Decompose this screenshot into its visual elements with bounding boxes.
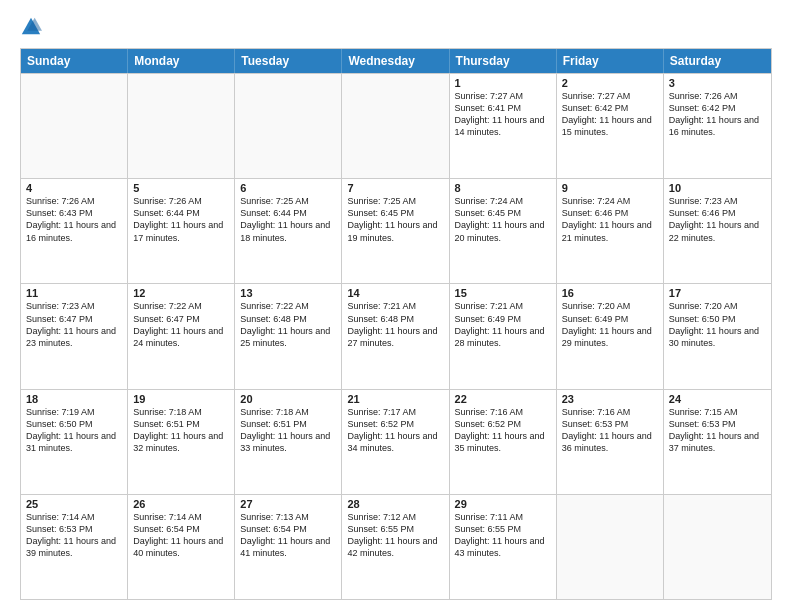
day-number: 16 (562, 287, 658, 299)
day-info: Sunrise: 7:26 AM Sunset: 6:44 PM Dayligh… (133, 195, 229, 244)
calendar-header-cell: Saturday (664, 49, 771, 73)
logo (20, 16, 46, 38)
day-number: 4 (26, 182, 122, 194)
day-info: Sunrise: 7:24 AM Sunset: 6:45 PM Dayligh… (455, 195, 551, 244)
page: SundayMondayTuesdayWednesdayThursdayFrid… (0, 0, 792, 612)
day-number: 7 (347, 182, 443, 194)
calendar-header-cell: Friday (557, 49, 664, 73)
calendar-cell (342, 74, 449, 178)
logo-icon (20, 16, 42, 38)
calendar-cell: 4Sunrise: 7:26 AM Sunset: 6:43 PM Daylig… (21, 179, 128, 283)
day-info: Sunrise: 7:18 AM Sunset: 6:51 PM Dayligh… (240, 406, 336, 455)
day-info: Sunrise: 7:21 AM Sunset: 6:49 PM Dayligh… (455, 300, 551, 349)
calendar-cell (664, 495, 771, 599)
calendar-body: 1Sunrise: 7:27 AM Sunset: 6:41 PM Daylig… (21, 73, 771, 599)
day-number: 6 (240, 182, 336, 194)
day-info: Sunrise: 7:20 AM Sunset: 6:49 PM Dayligh… (562, 300, 658, 349)
calendar-cell: 17Sunrise: 7:20 AM Sunset: 6:50 PM Dayli… (664, 284, 771, 388)
calendar-cell: 23Sunrise: 7:16 AM Sunset: 6:53 PM Dayli… (557, 390, 664, 494)
calendar-cell: 11Sunrise: 7:23 AM Sunset: 6:47 PM Dayli… (21, 284, 128, 388)
calendar-cell: 28Sunrise: 7:12 AM Sunset: 6:55 PM Dayli… (342, 495, 449, 599)
day-number: 18 (26, 393, 122, 405)
day-info: Sunrise: 7:26 AM Sunset: 6:42 PM Dayligh… (669, 90, 766, 139)
calendar-cell: 10Sunrise: 7:23 AM Sunset: 6:46 PM Dayli… (664, 179, 771, 283)
calendar: SundayMondayTuesdayWednesdayThursdayFrid… (20, 48, 772, 600)
day-number: 3 (669, 77, 766, 89)
calendar-header-cell: Monday (128, 49, 235, 73)
day-number: 13 (240, 287, 336, 299)
calendar-cell (21, 74, 128, 178)
day-info: Sunrise: 7:15 AM Sunset: 6:53 PM Dayligh… (669, 406, 766, 455)
day-info: Sunrise: 7:13 AM Sunset: 6:54 PM Dayligh… (240, 511, 336, 560)
day-info: Sunrise: 7:24 AM Sunset: 6:46 PM Dayligh… (562, 195, 658, 244)
calendar-cell: 18Sunrise: 7:19 AM Sunset: 6:50 PM Dayli… (21, 390, 128, 494)
calendar-cell: 13Sunrise: 7:22 AM Sunset: 6:48 PM Dayli… (235, 284, 342, 388)
calendar-cell: 12Sunrise: 7:22 AM Sunset: 6:47 PM Dayli… (128, 284, 235, 388)
day-info: Sunrise: 7:23 AM Sunset: 6:46 PM Dayligh… (669, 195, 766, 244)
calendar-row: 25Sunrise: 7:14 AM Sunset: 6:53 PM Dayli… (21, 494, 771, 599)
day-info: Sunrise: 7:25 AM Sunset: 6:45 PM Dayligh… (347, 195, 443, 244)
day-number: 22 (455, 393, 551, 405)
calendar-cell (557, 495, 664, 599)
calendar-header-cell: Wednesday (342, 49, 449, 73)
calendar-cell: 25Sunrise: 7:14 AM Sunset: 6:53 PM Dayli… (21, 495, 128, 599)
day-number: 11 (26, 287, 122, 299)
day-number: 28 (347, 498, 443, 510)
day-info: Sunrise: 7:27 AM Sunset: 6:42 PM Dayligh… (562, 90, 658, 139)
day-info: Sunrise: 7:25 AM Sunset: 6:44 PM Dayligh… (240, 195, 336, 244)
calendar-cell: 5Sunrise: 7:26 AM Sunset: 6:44 PM Daylig… (128, 179, 235, 283)
calendar-cell: 22Sunrise: 7:16 AM Sunset: 6:52 PM Dayli… (450, 390, 557, 494)
calendar-cell: 27Sunrise: 7:13 AM Sunset: 6:54 PM Dayli… (235, 495, 342, 599)
calendar-cell: 6Sunrise: 7:25 AM Sunset: 6:44 PM Daylig… (235, 179, 342, 283)
day-info: Sunrise: 7:22 AM Sunset: 6:47 PM Dayligh… (133, 300, 229, 349)
day-number: 23 (562, 393, 658, 405)
calendar-cell: 29Sunrise: 7:11 AM Sunset: 6:55 PM Dayli… (450, 495, 557, 599)
calendar-row: 4Sunrise: 7:26 AM Sunset: 6:43 PM Daylig… (21, 178, 771, 283)
calendar-cell: 20Sunrise: 7:18 AM Sunset: 6:51 PM Dayli… (235, 390, 342, 494)
calendar-header-cell: Tuesday (235, 49, 342, 73)
day-number: 5 (133, 182, 229, 194)
day-number: 25 (26, 498, 122, 510)
day-number: 17 (669, 287, 766, 299)
day-number: 20 (240, 393, 336, 405)
day-number: 1 (455, 77, 551, 89)
day-number: 27 (240, 498, 336, 510)
calendar-cell: 1Sunrise: 7:27 AM Sunset: 6:41 PM Daylig… (450, 74, 557, 178)
calendar-cell: 15Sunrise: 7:21 AM Sunset: 6:49 PM Dayli… (450, 284, 557, 388)
day-number: 8 (455, 182, 551, 194)
day-number: 2 (562, 77, 658, 89)
day-number: 26 (133, 498, 229, 510)
day-info: Sunrise: 7:16 AM Sunset: 6:52 PM Dayligh… (455, 406, 551, 455)
day-info: Sunrise: 7:22 AM Sunset: 6:48 PM Dayligh… (240, 300, 336, 349)
day-info: Sunrise: 7:20 AM Sunset: 6:50 PM Dayligh… (669, 300, 766, 349)
day-info: Sunrise: 7:16 AM Sunset: 6:53 PM Dayligh… (562, 406, 658, 455)
calendar-cell (235, 74, 342, 178)
calendar-cell: 16Sunrise: 7:20 AM Sunset: 6:49 PM Dayli… (557, 284, 664, 388)
calendar-cell: 14Sunrise: 7:21 AM Sunset: 6:48 PM Dayli… (342, 284, 449, 388)
calendar-row: 11Sunrise: 7:23 AM Sunset: 6:47 PM Dayli… (21, 283, 771, 388)
day-number: 9 (562, 182, 658, 194)
day-info: Sunrise: 7:12 AM Sunset: 6:55 PM Dayligh… (347, 511, 443, 560)
calendar-header-cell: Sunday (21, 49, 128, 73)
header (20, 16, 772, 38)
calendar-cell: 26Sunrise: 7:14 AM Sunset: 6:54 PM Dayli… (128, 495, 235, 599)
day-number: 10 (669, 182, 766, 194)
calendar-cell: 7Sunrise: 7:25 AM Sunset: 6:45 PM Daylig… (342, 179, 449, 283)
calendar-cell: 24Sunrise: 7:15 AM Sunset: 6:53 PM Dayli… (664, 390, 771, 494)
day-info: Sunrise: 7:17 AM Sunset: 6:52 PM Dayligh… (347, 406, 443, 455)
day-number: 21 (347, 393, 443, 405)
calendar-cell: 8Sunrise: 7:24 AM Sunset: 6:45 PM Daylig… (450, 179, 557, 283)
calendar-header-cell: Thursday (450, 49, 557, 73)
day-info: Sunrise: 7:14 AM Sunset: 6:53 PM Dayligh… (26, 511, 122, 560)
day-info: Sunrise: 7:26 AM Sunset: 6:43 PM Dayligh… (26, 195, 122, 244)
calendar-cell: 3Sunrise: 7:26 AM Sunset: 6:42 PM Daylig… (664, 74, 771, 178)
day-number: 15 (455, 287, 551, 299)
calendar-row: 18Sunrise: 7:19 AM Sunset: 6:50 PM Dayli… (21, 389, 771, 494)
day-number: 12 (133, 287, 229, 299)
calendar-cell (128, 74, 235, 178)
day-info: Sunrise: 7:18 AM Sunset: 6:51 PM Dayligh… (133, 406, 229, 455)
calendar-cell: 19Sunrise: 7:18 AM Sunset: 6:51 PM Dayli… (128, 390, 235, 494)
day-number: 29 (455, 498, 551, 510)
day-info: Sunrise: 7:27 AM Sunset: 6:41 PM Dayligh… (455, 90, 551, 139)
day-number: 24 (669, 393, 766, 405)
